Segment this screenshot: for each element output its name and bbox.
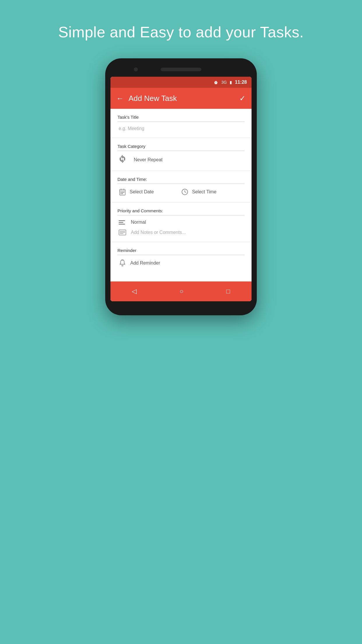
battery-icon: ▮ bbox=[230, 80, 232, 85]
svg-rect-7 bbox=[121, 193, 122, 194]
svg-rect-4 bbox=[121, 192, 122, 193]
phone-speaker bbox=[161, 68, 201, 71]
alarm-icon: ⏰ bbox=[213, 80, 218, 85]
task-title-input-row[interactable]: e.g. Meeting bbox=[117, 123, 245, 134]
signal-icon: 3G bbox=[221, 80, 227, 85]
task-title-section: Task's Title e.g. Meeting bbox=[110, 109, 252, 138]
svg-rect-5 bbox=[122, 192, 123, 193]
nav-recent-button[interactable]: □ bbox=[223, 285, 233, 298]
reminder-label: Reminder bbox=[117, 248, 245, 255]
notes-placeholder: Add Notes or Comments... bbox=[131, 230, 186, 235]
reminder-section: Reminder Add Reminder bbox=[110, 242, 252, 281]
reminder-value: Add Reminder bbox=[130, 260, 160, 266]
task-category-label: Task Category bbox=[117, 144, 245, 151]
svg-point-17 bbox=[122, 265, 123, 266]
repeat-icon bbox=[119, 155, 130, 164]
phone-top bbox=[110, 64, 252, 75]
phone-bottom bbox=[110, 301, 252, 310]
svg-line-11 bbox=[185, 192, 186, 192]
task-category-input-row[interactable]: Never Repeat bbox=[117, 152, 245, 167]
back-button[interactable]: ← bbox=[116, 94, 124, 103]
status-bar: ⏰ 3G ▮ 11:28 bbox=[110, 77, 252, 88]
svg-rect-16 bbox=[121, 260, 124, 260]
task-title-placeholder: e.g. Meeting bbox=[119, 126, 144, 131]
task-category-section: Task Category Never Repeat bbox=[110, 138, 252, 171]
priority-label: Priority and Comments: bbox=[117, 208, 245, 216]
navigation-bar: ◁ ○ □ bbox=[110, 281, 252, 301]
app-bar: ← Add New Task ✓ bbox=[110, 88, 252, 109]
task-title-label: Task's Title bbox=[117, 115, 245, 122]
hero-text: Simple and Easy to add your Tasks. bbox=[58, 23, 304, 41]
date-time-section: Date and Time: bbox=[110, 171, 252, 202]
date-time-row: Select Date Select Time bbox=[117, 185, 245, 199]
date-picker[interactable]: Select Date bbox=[119, 188, 181, 196]
time-picker[interactable]: Select Time bbox=[181, 188, 243, 196]
nav-back-button[interactable]: ◁ bbox=[129, 285, 140, 298]
front-camera bbox=[134, 67, 138, 71]
select-date-text: Select Date bbox=[130, 189, 154, 195]
task-category-value: Never Repeat bbox=[134, 157, 163, 162]
status-time: 11:28 bbox=[235, 80, 247, 85]
priority-section: Priority and Comments: Normal bbox=[110, 202, 252, 242]
content-area: Task's Title e.g. Meeting Task Category bbox=[110, 109, 252, 281]
notes-row[interactable]: Add Notes or Comments... bbox=[117, 228, 245, 238]
save-button[interactable]: ✓ bbox=[239, 94, 246, 103]
screen: ⏰ 3G ▮ 11:28 ← Add New Task ✓ Task's Tit… bbox=[110, 77, 252, 301]
notes-icon bbox=[119, 230, 127, 235]
date-time-label: Date and Time: bbox=[117, 177, 245, 184]
nav-home-button[interactable]: ○ bbox=[177, 285, 186, 298]
reminder-row[interactable]: Add Reminder bbox=[117, 256, 245, 270]
bell-icon bbox=[119, 259, 126, 267]
page-title: Add New Task bbox=[129, 94, 239, 103]
phone-shell: ⏰ 3G ▮ 11:28 ← Add New Task ✓ Task's Tit… bbox=[105, 58, 257, 315]
svg-rect-8 bbox=[122, 193, 123, 194]
priority-row[interactable]: Normal bbox=[117, 217, 245, 228]
priority-value: Normal bbox=[131, 220, 146, 225]
select-time-text: Select Time bbox=[192, 189, 217, 195]
priority-icon bbox=[119, 220, 127, 225]
svg-rect-6 bbox=[123, 192, 124, 193]
